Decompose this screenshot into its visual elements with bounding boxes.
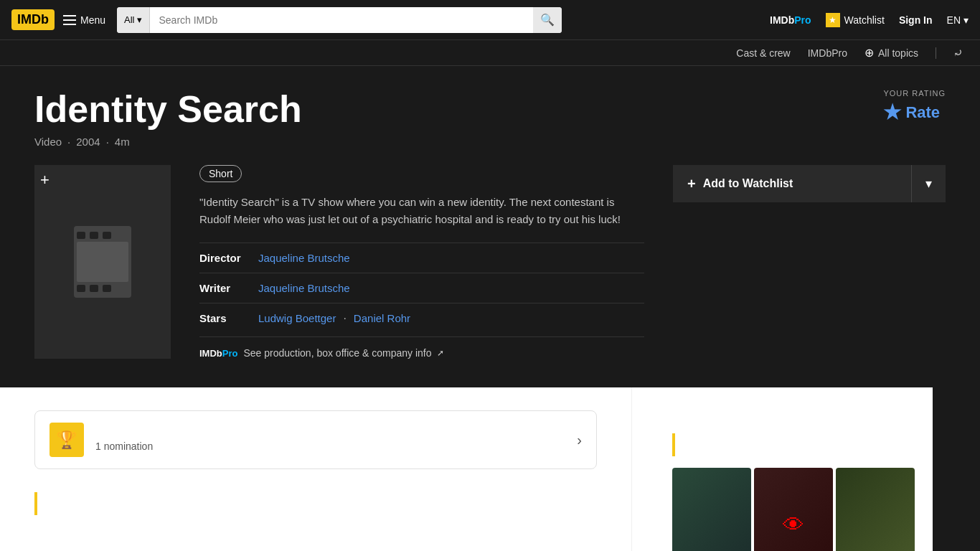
search-icon: 🔍	[540, 13, 555, 27]
imdbpro-production-row: IMDbPro See production, box office & com…	[199, 336, 644, 359]
bottom-left: 🏆 Awards 1 nomination › Photos	[0, 387, 631, 551]
search-bar: All ▾ 🔍	[117, 7, 562, 33]
rating-section: YOUR RATING ★ Rate	[883, 89, 946, 124]
photos-title: Photos	[34, 492, 597, 515]
watchlist-label: Watchlist	[844, 14, 885, 26]
watchlist-panel: + Add to Watchlist ▾	[673, 165, 946, 202]
add-watchlist-label: Add to Watchlist	[703, 177, 793, 190]
more-explore-title: More to explore	[672, 433, 915, 456]
cast-crew-link[interactable]: Cast & crew	[736, 47, 790, 59]
header-right-section: IMDbPro ★ Watchlist Sign In EN ▾	[770, 13, 969, 27]
grid-icon: ⊕	[864, 46, 874, 60]
imdbpro-link[interactable]: IMDbPro	[808, 47, 847, 59]
poster-area: +	[34, 165, 171, 359]
awards-label: Awards	[95, 428, 153, 441]
chevron-down-icon: ▾	[137, 14, 142, 25]
stars-row: Stars Ludwig Boettger · Daniel Rohr	[199, 303, 644, 334]
awards-chevron-icon[interactable]: ›	[562, 420, 596, 460]
awards-left: 🏆 Awards 1 nomination	[35, 411, 562, 468]
search-button[interactable]: 🔍	[533, 7, 562, 33]
explore-image-3[interactable]	[836, 468, 915, 551]
share-icon[interactable]: ⤾	[953, 46, 963, 60]
awards-detail: 1 nomination	[95, 441, 153, 452]
content-row: + Short "Identity Search" is a TV show w…	[34, 165, 946, 359]
search-category-dropdown[interactable]: All ▾	[117, 7, 150, 33]
director-row: Director Jaqueline Brutsche	[199, 242, 644, 273]
description-text: "Identity Search" is a TV show where you…	[199, 194, 630, 228]
awards-row: 🏆 Awards 1 nomination ›	[34, 410, 597, 469]
watchlist-header-button[interactable]: ★ Watchlist	[826, 13, 885, 27]
crew-dot: ·	[343, 312, 346, 325]
writer-label: Writer	[199, 282, 250, 294]
all-topics-link[interactable]: ⊕ All topics	[864, 46, 918, 60]
bottom-row: 🏆 Awards 1 nomination › Photos More to e…	[0, 387, 980, 551]
rate-button[interactable]: ★ Rate	[883, 100, 940, 124]
imdb-logo[interactable]: IMDb	[11, 9, 55, 30]
genre-tag[interactable]: Short	[199, 165, 242, 182]
add-watchlist-button[interactable]: + Add to Watchlist	[673, 165, 911, 202]
title-section: Identity Search Video · 2004 · 4m	[34, 89, 302, 148]
title-row: Identity Search Video · 2004 · 4m YOUR R…	[34, 89, 946, 148]
title-type: Video	[34, 136, 62, 148]
lang-label: EN	[947, 14, 961, 26]
see-production-link[interactable]: See production, box office & company inf…	[243, 347, 431, 359]
search-input[interactable]	[150, 7, 533, 33]
plus-icon: +	[687, 176, 696, 192]
imdbpro-header-logo[interactable]: IMDbPro	[770, 14, 811, 26]
stars-label: Stars	[199, 312, 250, 324]
main-content-dark: Identity Search Video · 2004 · 4m YOUR R…	[0, 66, 980, 387]
menu-button[interactable]: Menu	[63, 14, 105, 26]
bottom-right: More to explore 👁	[631, 387, 933, 551]
star1-link[interactable]: Ludwig Boettger	[258, 312, 336, 325]
secondary-navigation: Cast & crew IMDbPro ⊕ All topics ⤾	[0, 40, 980, 66]
meta-dot-1: ·	[67, 136, 70, 148]
chevron-down-icon: ▾	[963, 14, 969, 26]
meta-dot-2: ·	[106, 136, 109, 148]
signin-button[interactable]: Sign In	[899, 14, 933, 26]
search-all-label: All	[124, 14, 134, 25]
menu-label: Menu	[80, 14, 105, 26]
trophy-icon: 🏆	[50, 423, 84, 457]
film-strip-icon	[74, 226, 131, 298]
title-year: 2004	[76, 136, 100, 148]
photos-section: Photos	[34, 492, 597, 515]
imdbpro-inline-logo: IMDbPro	[199, 348, 237, 359]
language-selector[interactable]: EN ▾	[947, 14, 969, 26]
star2-link[interactable]: Daniel Rohr	[354, 312, 410, 325]
add-to-list-button[interactable]: +	[40, 171, 50, 189]
title-meta: Video · 2004 · 4m	[34, 136, 302, 148]
external-link-icon: ➚	[437, 348, 444, 358]
page-title: Identity Search	[34, 89, 302, 130]
more-explore-section: More to explore 👁	[649, 410, 915, 551]
your-rating-label: YOUR RATING	[883, 89, 946, 98]
nav-divider	[936, 47, 936, 59]
director-link[interactable]: Jaqueline Brutsche	[258, 252, 350, 264]
awards-text: Awards 1 nomination	[95, 428, 153, 452]
main-header: IMDb Menu All ▾ 🔍 IMDbPro ★ Watchlist Si…	[0, 0, 980, 40]
watchlist-icon: ★	[826, 13, 840, 27]
all-topics-label: All topics	[878, 47, 918, 59]
info-panel: Short "Identity Search" is a TV show whe…	[188, 165, 656, 359]
explore-image-1[interactable]	[672, 468, 751, 551]
writer-row: Writer Jaqueline Brutsche	[199, 273, 644, 303]
explore-image-2[interactable]: 👁	[754, 468, 833, 551]
rate-label: Rate	[905, 103, 940, 122]
explore-images: 👁	[672, 468, 915, 551]
watchlist-dropdown-button[interactable]: ▾	[911, 165, 946, 202]
menu-icon	[63, 15, 76, 25]
title-duration: 4m	[115, 136, 130, 148]
writer-link[interactable]: Jaqueline Brutsche	[258, 282, 350, 294]
director-label: Director	[199, 252, 250, 264]
rate-star-icon: ★	[883, 100, 901, 124]
chevron-down-icon: ▾	[925, 176, 932, 192]
